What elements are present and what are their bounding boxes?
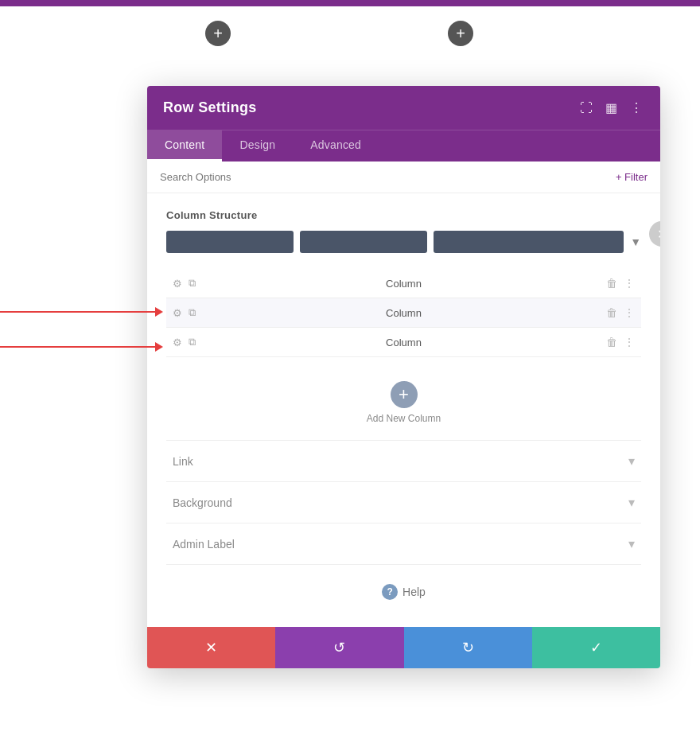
plus-buttons-row: + + — [0, 6, 700, 31]
table-row: ⚙ ⧉ Column 🗑 ⋮ — [166, 269, 641, 298]
column-dropdown-arrow[interactable]: ▼ — [630, 235, 641, 248]
column-label-3: Column — [386, 337, 422, 348]
copy-icon-2[interactable]: ⧉ — [189, 306, 196, 319]
column-row-inner-3: ⚙ ⧉ Column 🗑 ⋮ — [173, 336, 635, 348]
more-icon-1[interactable]: ⋮ — [624, 277, 635, 290]
copy-icon-3[interactable]: ⧉ — [189, 336, 196, 348]
table-row: ⚙ ⧉ Column 🗑 ⋮ — [166, 328, 641, 357]
save-button[interactable]: ✓ — [532, 627, 660, 668]
add-new-column-label: Add New Column — [367, 413, 441, 424]
more-options-icon[interactable]: ⋮ — [628, 99, 644, 117]
column-bar-1 — [166, 231, 294, 253]
add-new-column-button[interactable]: + — [391, 381, 418, 408]
column-structure-title: Column Structure — [166, 209, 641, 221]
background-chevron-icon: ▾ — [628, 495, 635, 510]
arrow-head-2 — [155, 342, 163, 352]
add-section-button-1[interactable]: + — [205, 21, 231, 46]
modal-header: Row Settings ⛶ ▦ ⋮ — [147, 86, 660, 130]
modal-title: Row Settings — [163, 99, 257, 116]
column-left-icons-1: ⚙ ⧉ — [173, 277, 196, 290]
filter-button[interactable]: + Filter — [616, 171, 648, 183]
column-row-inner-2: ⚙ ⧉ Column 🗑 ⋮ — [173, 306, 635, 319]
admin-chevron-icon: ▾ — [628, 536, 635, 551]
fullscreen-icon[interactable]: ⛶ — [578, 99, 594, 117]
admin-label-text: Admin Label — [173, 538, 235, 551]
arrow-line-1 — [0, 311, 155, 313]
link-chevron-icon: ▾ — [628, 453, 635, 469]
tab-content[interactable]: Content — [147, 130, 222, 162]
add-section-button-2[interactable]: + — [448, 21, 473, 46]
settings-icon-3[interactable]: ⚙ — [173, 337, 182, 348]
column-label-2: Column — [386, 307, 422, 319]
delete-icon-2[interactable]: 🗑 — [606, 306, 617, 319]
redo-button[interactable]: ↻ — [404, 627, 532, 668]
page-area: + + ✕ Row Settings ⛶ ▦ ⋮ Content Design … — [0, 6, 700, 755]
tab-design[interactable]: Design — [222, 130, 293, 162]
column-label-1: Column — [386, 278, 422, 290]
row-settings-modal: ✕ Row Settings ⛶ ▦ ⋮ Content Design Adva… — [147, 86, 660, 668]
delete-icon-3[interactable]: 🗑 — [606, 336, 617, 348]
undo-button[interactable]: ↺ — [275, 627, 403, 668]
arrow-line-2 — [0, 346, 155, 348]
settings-icon-1[interactable]: ⚙ — [173, 278, 182, 290]
table-row: ⚙ ⧉ Column 🗑 ⋮ — [166, 298, 641, 328]
link-accordion[interactable]: Link ▾ — [166, 441, 641, 482]
column-bar-2 — [300, 231, 427, 253]
tab-advanced[interactable]: Advanced — [293, 130, 379, 162]
arrow-indicator-1 — [0, 307, 163, 317]
column-right-icons-2: 🗑 ⋮ — [606, 306, 635, 319]
more-icon-2[interactable]: ⋮ — [624, 306, 635, 319]
help-label: Help — [402, 586, 426, 598]
more-icon-3[interactable]: ⋮ — [624, 336, 635, 348]
add-new-column-section: + Add New Column — [166, 370, 641, 441]
column-left-icons-3: ⚙ ⧉ — [173, 336, 196, 348]
modal-body: Column Structure ▼ ⚙ ⧉ Column — [147, 193, 660, 627]
copy-icon-1[interactable]: ⧉ — [189, 277, 196, 290]
delete-icon-1[interactable]: 🗑 — [606, 277, 617, 290]
background-accordion[interactable]: Background ▾ — [166, 482, 641, 523]
background-label: Background — [173, 496, 232, 509]
header-icons: ⛶ ▦ ⋮ — [578, 99, 644, 117]
settings-icon-2[interactable]: ⚙ — [173, 307, 182, 319]
cancel-button[interactable]: ✕ — [147, 627, 275, 668]
search-input[interactable] — [160, 171, 608, 183]
column-left-icons-2: ⚙ ⧉ — [173, 306, 196, 319]
arrow-indicator-2 — [0, 342, 163, 352]
column-bar-3 — [434, 231, 624, 253]
link-label: Link — [173, 455, 193, 468]
action-bar: ✕ ↺ ↻ ✓ — [147, 627, 660, 668]
search-area: + Filter — [147, 162, 660, 193]
help-icon[interactable]: ? — [382, 584, 398, 600]
columns-icon[interactable]: ▦ — [604, 99, 619, 117]
help-section: ? Help — [166, 565, 641, 608]
column-rows: ⚙ ⧉ Column 🗑 ⋮ ⚙ ⧉ — [166, 269, 641, 357]
tabs-row: Content Design Advanced — [147, 130, 660, 162]
admin-label-accordion[interactable]: Admin Label ▾ — [166, 523, 641, 565]
column-right-icons-1: 🗑 ⋮ — [606, 277, 635, 290]
top-purple-bar — [0, 0, 700, 6]
column-structure-row: ▼ — [166, 231, 641, 253]
arrow-head-1 — [155, 307, 163, 317]
column-row-inner-1: ⚙ ⧉ Column 🗑 ⋮ — [173, 277, 635, 290]
column-right-icons-3: 🗑 ⋮ — [606, 336, 635, 348]
